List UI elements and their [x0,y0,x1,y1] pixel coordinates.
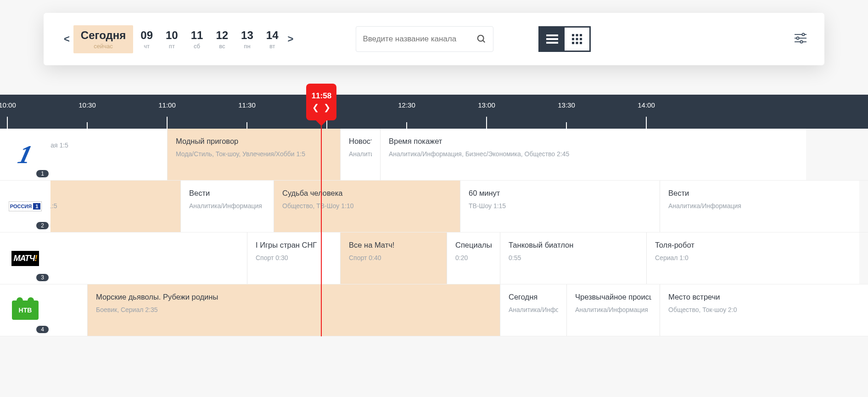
svg-rect-4 [546,42,558,44]
now-prev-icon[interactable]: ❮ [312,102,319,113]
svg-rect-9 [576,38,578,40]
svg-point-15 [802,33,804,35]
day-label: пт [169,43,175,50]
tick-label: 14:00 [638,101,655,109]
program-cell[interactable]: Чрезвычайное происшествиеАналитика/Инфор… [566,284,660,336]
program-title: Время покажет [389,137,798,146]
program-meta: Аналитика/Информация [509,306,558,313]
svg-point-0 [478,35,484,41]
channel-cell[interactable]: РОССИЯ12 [0,181,50,232]
day-today[interactable]: Сегоднясейчас [73,25,133,53]
grid-icon [571,34,582,45]
program-meta: Спорт 0:40 [349,254,438,261]
header-bar: < Сегоднясейчас09чт10пт11сб12вс13пн14вт … [44,13,824,65]
program-title: 60 минут [469,189,651,198]
filter-settings-button[interactable] [794,33,807,45]
svg-line-1 [483,40,485,43]
day-label: сб [194,43,200,50]
program-cell[interactable]: Толя-роботСериал 1:0 [646,233,859,284]
program-title: Толя-робот [655,241,851,250]
program-cell[interactable]: ВестиАналитика/Информация [660,181,859,232]
day-num: 14 [266,29,279,42]
tick-label: 10:30 [78,101,96,109]
now-time-label: 11:58 [312,91,331,101]
program-cell[interactable]: Судьба человекаОбщество, ТВ-Шоу 1:10 [274,181,460,232]
channel-cell[interactable]: НТВ4 [0,284,50,336]
day-label: пн [244,43,250,50]
program-meta: Общество, ТВ-Шоу 1:10 [282,202,452,210]
channel-row: /ИнформацияМорские дьяволы. Рубежи родин… [0,284,868,336]
days-prev-button[interactable]: < [61,33,73,45]
channel-number-badge: 3 [36,274,49,281]
tick-label: 10:00 [0,101,16,109]
program-cell[interactable]: Место встречиОбщество, Ток-шоу 2:0 [660,284,868,336]
program-cell[interactable]: ВестиАналитика/Информация [180,181,274,232]
program-title: Вести [189,189,265,198]
day-10[interactable]: 10пт [160,25,184,53]
channel-cell[interactable]: 11 [0,129,50,180]
channel-number-badge: 1 [36,170,49,177]
view-list-button[interactable] [540,28,565,51]
svg-point-17 [796,37,799,39]
program-meta: Аналитика/Информация, Бизнес/Экономика, … [389,150,798,158]
day-num: 10 [166,29,178,42]
day-num: Сегодня [81,29,126,42]
program-cell[interactable]: Время покажетАналитика/Информация, Бизне… [380,129,806,180]
search-icon [476,34,487,44]
now-next-icon[interactable]: ❯ [324,102,330,113]
program-meta: 0:20 [455,254,492,261]
program-title: Сегодня [509,293,558,301]
program-cell[interactable]: НовостиАналитика [340,129,380,180]
program-grid: Познавательная 1:5Модный приговорМода/Ст… [0,129,868,336]
program-title: Специальный репортаж [455,241,492,250]
program-cell[interactable]: I Игры стран СНГСпорт 0:30 [247,233,340,284]
program-meta: Сериал 1:0 [655,254,851,261]
svg-point-19 [800,40,802,43]
now-line [321,107,322,336]
now-marker[interactable]: 11:58 ❮ ❯ [306,84,336,120]
program-meta: ТВ-Шоу 1:15 [469,202,651,210]
channel-logo-perviy: 1 [15,140,35,169]
day-12[interactable]: 12вс [210,25,234,53]
channel-row: вномвье, Ток-шоу 1:5ВестиАналитика/Инфор… [0,181,868,233]
day-09[interactable]: 09чт [135,25,158,53]
program-cell[interactable]: 60 минутТВ-Шоу 1:15 [460,181,660,232]
program-title: Судьба человека [282,189,452,198]
channel-search[interactable] [356,26,493,52]
program-cell[interactable]: Все на Матч!Спорт 0:40 [340,233,447,284]
program-cell[interactable]: Танковый биатлон0:55 [500,233,646,284]
channel-logo-ntv: НТВ [12,301,39,320]
svg-rect-5 [572,34,574,36]
day-13[interactable]: 13пн [235,25,259,53]
program-title: Чрезвычайное происшествие [575,293,651,301]
svg-rect-10 [580,38,582,40]
tick-label: 13:30 [558,101,575,109]
view-grid-button[interactable] [565,28,589,51]
channel-search-input[interactable] [363,34,476,44]
day-label: сейчас [94,43,113,50]
channel-cell[interactable]: МАТЧ!3 [0,233,50,284]
channel-number-badge: 4 [36,326,49,333]
day-11[interactable]: 11сб [185,25,209,53]
svg-rect-7 [580,34,582,36]
channel-logo-match: МАТЧ! [11,251,39,266]
program-cell[interactable]: Морские дьяволы. Рубежи родиныБоевик, Се… [87,284,500,336]
channel-row: I Игры стран СНГСпорт 0:30Все на Матч!Сп… [0,233,868,284]
list-icon [546,34,558,44]
program-cell[interactable]: Специальный репортаж0:20 [447,233,500,284]
day-selector: Сегоднясейчас09чт10пт11сб12вс13пн14вт [73,25,285,53]
svg-rect-8 [572,38,574,40]
program-cell[interactable]: Модный приговорМода/Стиль, Ток-шоу, Увле… [167,129,340,180]
program-meta: Аналитика [349,150,372,158]
program-meta: Спорт 0:30 [256,254,332,261]
svg-rect-6 [576,34,578,36]
view-switcher [538,26,591,52]
program-cell[interactable]: СегодняАналитика/Информация [500,284,566,336]
day-num: 11 [191,29,203,42]
days-next-button[interactable]: > [285,33,297,45]
day-num: 09 [140,29,153,42]
day-14[interactable]: 14вт [261,25,284,53]
time-ruler[interactable]: 10:0010:3011:0011:3012:0012:3013:0013:30… [0,95,868,129]
tick-label: 11:00 [158,101,176,109]
program-title: Танковый биатлон [509,241,638,250]
